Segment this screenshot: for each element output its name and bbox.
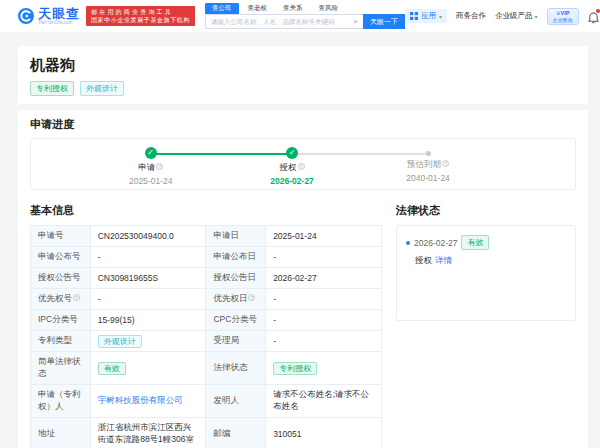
table-row: IPC分类号15-99(15)CPC分类号- [31,310,382,331]
table-row: 申请（专利权）人宇树科技股份有限公司发明人请求不公布姓名;请求不公布姓名 [31,385,382,418]
apps-label: 应用 [421,11,436,21]
chevron-down-icon: ▾ [439,13,442,20]
help-icon: ? [298,163,305,170]
timeline-step-label: 申请? [106,162,196,174]
slogan-line1: 都在用的商业查询工具 [91,8,190,16]
bullet-icon [406,241,410,245]
search-tab[interactable]: 查公司 [205,3,239,14]
detail-link[interactable]: 详情 [435,255,452,265]
page-title: 机器狗 [30,56,576,75]
grid-icon [410,12,418,20]
table-row: 申请号CN202530049400.0申请日2025-01-24 [31,226,382,247]
basic-info-section: 基本信息 申请号CN202530049400.0申请日2025-01-24申请公… [30,203,382,448]
top-header: 天眼查 TianYanCha.com 都在用的商业查询工具 国家中小企业发展子基… [0,0,600,32]
field-value: CN309819655S [90,268,206,289]
notification-bell-icon[interactable] [588,10,599,22]
field-value: - [266,289,382,310]
field-value: 2025-01-24 [266,226,382,247]
legal-status-section: 法律状态 2026-02-27有效授权详情 [396,203,576,448]
legal-status-box: 2026-02-27有效授权详情 [396,225,576,321]
table-row: 地址浙江省杭州市滨江区西兴街道东流路88号1幢306室邮编310051 [31,418,382,448]
slogan-line2: 国家中小企业发展子基金旗下机构 [91,16,190,24]
basic-info-table: 申请号CN202530049400.0申请日2025-01-24申请公布号-申请… [30,225,382,448]
timeline-step-label: 预估到期? [383,159,473,171]
field-label: 授权公告日 [206,268,266,289]
search-button[interactable]: 天眼一下 [363,14,405,29]
table-row: 申请公布号-申请公布日- [31,247,382,268]
vip-label: ♕VIP [553,10,573,17]
timeline-step-date: 2026-02-27 [247,176,337,186]
application-progress-section: 申请进度 ✓申请?2025-01-24✓授权?2026-02-27预估到期?20… [18,110,588,197]
patent-detail-card: 机器狗 专利授权外观设计 申请进度 ✓申请?2025-01-24✓授权?2026… [18,46,588,448]
legal-status-title: 法律状态 [396,203,576,218]
search-tab[interactable]: 查关系 [276,3,310,14]
table-row: 授权公告号CN309819655S授权公告日2026-02-27 [31,268,382,289]
field-value: - [266,310,382,331]
field-label: 发明人 [206,385,266,418]
field-label: 优先权日? [206,289,266,310]
field-value-link[interactable]: 宇树科技股份有限公司 [98,395,183,405]
apps-menu[interactable]: 应用 ▾ [405,9,447,23]
field-label: IPC分类号 [31,310,91,331]
field-label: CPC分类号 [206,310,266,331]
search-tab[interactable]: 查老板 [241,3,275,14]
nav-cooperation[interactable]: 商务合作 [456,11,486,21]
field-label: 授权公告号 [31,268,91,289]
search-area: 查公司查老板查关系查风险 × 天眼一下 [205,3,405,29]
help-icon: ? [442,160,449,167]
field-value: CN202530049400.0 [90,226,206,247]
slogan-banner: 都在用的商业查询工具 国家中小企业发展子基金旗下机构 [86,6,195,26]
field-value: 310051 [266,418,382,448]
search-tab[interactable]: 查风险 [312,3,346,14]
search-input[interactable] [211,18,351,25]
field-value: - [90,247,206,268]
help-icon: ? [73,294,80,301]
field-value: 15-99(15) [90,310,206,331]
field-value: - [90,289,206,310]
tianyancha-logo-icon [18,8,34,24]
cooperation-label: 商务合作 [456,11,486,21]
status-badge: 外观设计 [98,335,142,348]
timeline-step-label: 授权? [247,162,337,174]
field-value: - [266,331,382,352]
patent-badges: 专利授权外观设计 [30,81,576,96]
table-row: 优先权号?-优先权日?- [31,289,382,310]
clear-icon[interactable]: × [351,17,360,26]
field-value: 外观设计 [90,331,206,352]
field-label: 简单法律状态 [31,352,91,385]
field-label: 优先权号? [31,289,91,310]
search-box: × [205,14,363,29]
field-label: 邮编 [206,418,266,448]
check-circle-icon: ✓ [286,147,298,159]
timeline-dot-icon [426,151,431,156]
field-value: 宇树科技股份有限公司 [90,385,206,418]
field-label: 申请日 [206,226,266,247]
tianyancha-logo[interactable]: 天眼查 TianYanCha.com [18,7,80,25]
field-label: 专利类型 [31,331,91,352]
basic-info-title: 基本信息 [30,203,382,218]
help-icon: ? [156,163,163,170]
field-label: 申请公布号 [31,247,91,268]
status-badge: 专利授权 [30,81,74,96]
field-label: 受理局 [206,331,266,352]
nav-enterprise-products[interactable]: 企业级产品 ▾ [495,11,538,21]
field-value: - [266,247,382,268]
table-row: 专利类型外观设计受理局- [31,331,382,352]
legal-status-item: 2026-02-27有效授权详情 [406,235,566,267]
timeline-step: ✓申请?2025-01-24 [106,139,196,186]
field-value: 2026-02-27 [266,268,382,289]
timeline-step-date: 2040-01-24 [383,173,473,183]
field-label: 法律状态 [206,352,266,385]
status-badge: 外观设计 [80,81,124,96]
table-row: 简单法律状态有效法律状态专利授权 [31,352,382,385]
vip-sublabel: 企业查询 [553,17,573,23]
vip-enterprise-button[interactable]: ♕VIP 企业查询 [547,8,579,25]
notification-dot [596,9,600,13]
legal-event: 授权 [415,255,432,265]
progress-section-title: 申请进度 [30,117,576,132]
field-value: 浙江省杭州市滨江区西兴街道东流路88号1幢306室 [90,418,206,448]
field-label: 申请（专利权）人 [31,385,91,418]
timeline-step: 预估到期?2040-01-24 [383,139,473,183]
status-badge: 有效 [98,362,126,375]
field-value: 有效 [90,352,206,385]
